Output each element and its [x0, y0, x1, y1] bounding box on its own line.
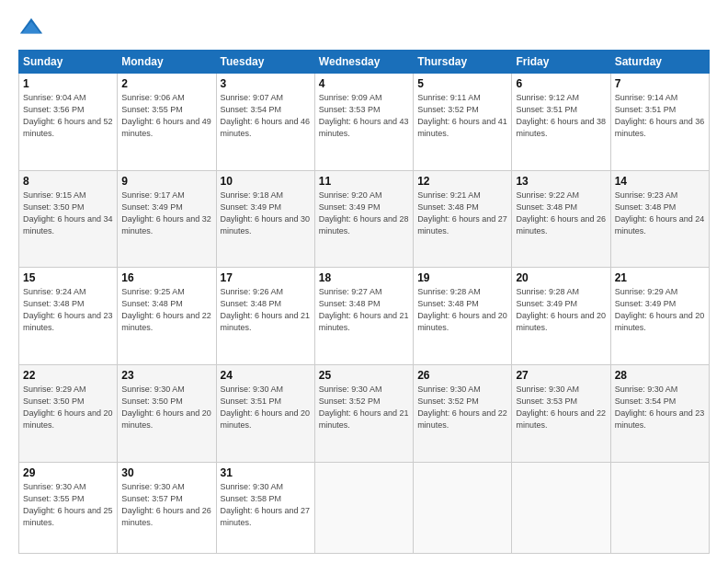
day-detail: Sunrise: 9:22 AMSunset: 3:48 PMDaylight:…	[516, 190, 606, 236]
calendar-cell: 23 Sunrise: 9:30 AMSunset: 3:50 PMDaylig…	[118, 364, 216, 462]
header	[18, 15, 710, 40]
day-detail: Sunrise: 9:17 AMSunset: 3:49 PMDaylight:…	[121, 190, 211, 236]
day-detail: Sunrise: 9:07 AMSunset: 3:54 PMDaylight:…	[221, 93, 311, 138]
calendar-cell: 24 Sunrise: 9:30 AMSunset: 3:51 PMDaylig…	[216, 364, 314, 462]
calendar-cell: 4 Sunrise: 9:09 AMSunset: 3:53 PMDayligh…	[314, 74, 413, 171]
day-number: 27	[516, 369, 606, 382]
calendar-cell: 12 Sunrise: 9:21 AMSunset: 3:48 PMDaylig…	[414, 170, 512, 268]
day-detail: Sunrise: 9:30 AMSunset: 3:52 PMDaylight:…	[417, 385, 507, 430]
calendar-cell: 29 Sunrise: 9:30 AMSunset: 3:55 PMDaylig…	[19, 462, 118, 554]
day-detail: Sunrise: 9:11 AMSunset: 3:52 PMDaylight:…	[417, 93, 507, 138]
day-number: 3	[221, 77, 311, 90]
day-detail: Sunrise: 9:30 AMSunset: 3:54 PMDaylight:…	[615, 385, 705, 430]
day-number: 11	[319, 175, 409, 188]
day-number: 5	[417, 77, 507, 90]
day-detail: Sunrise: 9:18 AMSunset: 3:49 PMDaylight:…	[221, 190, 311, 236]
calendar-cell: 1 Sunrise: 9:04 AMSunset: 3:56 PMDayligh…	[19, 74, 118, 171]
calendar-cell: 28 Sunrise: 9:30 AMSunset: 3:54 PMDaylig…	[610, 364, 709, 462]
calendar-cell: 6 Sunrise: 9:12 AMSunset: 3:51 PMDayligh…	[512, 74, 610, 171]
calendar-cell: 22 Sunrise: 9:29 AMSunset: 3:50 PMDaylig…	[19, 364, 118, 462]
calendar-cell	[610, 462, 709, 554]
day-detail: Sunrise: 9:30 AMSunset: 3:58 PMDaylight:…	[221, 482, 311, 527]
day-number: 20	[516, 271, 606, 284]
day-number: 18	[319, 271, 409, 284]
calendar-cell: 11 Sunrise: 9:20 AMSunset: 3:49 PMDaylig…	[314, 170, 413, 268]
day-detail: Sunrise: 9:30 AMSunset: 3:53 PMDaylight:…	[516, 385, 606, 430]
day-number: 17	[221, 271, 311, 284]
day-detail: Sunrise: 9:04 AMSunset: 3:56 PMDaylight:…	[23, 93, 113, 138]
day-number: 16	[121, 271, 211, 284]
day-number: 30	[121, 466, 211, 479]
day-detail: Sunrise: 9:30 AMSunset: 3:50 PMDaylight:…	[121, 385, 211, 430]
weekday-header: Tuesday	[216, 51, 314, 74]
day-detail: Sunrise: 9:30 AMSunset: 3:55 PMDaylight:…	[23, 482, 113, 527]
day-number: 24	[221, 369, 311, 382]
day-detail: Sunrise: 9:20 AMSunset: 3:49 PMDaylight:…	[319, 190, 409, 236]
weekday-header: Saturday	[610, 51, 709, 74]
day-detail: Sunrise: 9:23 AMSunset: 3:48 PMDaylight:…	[615, 190, 705, 236]
calendar-cell: 30 Sunrise: 9:30 AMSunset: 3:57 PMDaylig…	[118, 462, 216, 554]
day-detail: Sunrise: 9:26 AMSunset: 3:48 PMDaylight:…	[221, 287, 311, 332]
calendar-week-row: 29 Sunrise: 9:30 AMSunset: 3:55 PMDaylig…	[19, 462, 710, 554]
calendar-cell: 8 Sunrise: 9:15 AMSunset: 3:50 PMDayligh…	[19, 170, 118, 268]
calendar-cell: 2 Sunrise: 9:06 AMSunset: 3:55 PMDayligh…	[118, 74, 216, 171]
day-number: 4	[319, 77, 409, 90]
calendar-cell	[414, 462, 512, 554]
weekday-header: Wednesday	[314, 51, 413, 74]
day-detail: Sunrise: 9:27 AMSunset: 3:48 PMDaylight:…	[319, 287, 409, 332]
calendar-cell	[314, 462, 413, 554]
day-number: 19	[417, 271, 507, 284]
day-detail: Sunrise: 9:30 AMSunset: 3:51 PMDaylight:…	[221, 385, 311, 430]
calendar-cell: 13 Sunrise: 9:22 AMSunset: 3:48 PMDaylig…	[512, 170, 610, 268]
day-number: 7	[615, 77, 705, 90]
calendar-cell: 14 Sunrise: 9:23 AMSunset: 3:48 PMDaylig…	[610, 170, 709, 268]
calendar-header-row: SundayMondayTuesdayWednesdayThursdayFrid…	[19, 51, 710, 74]
weekday-header: Sunday	[19, 51, 118, 74]
page: SundayMondayTuesdayWednesdayThursdayFrid…	[0, 0, 728, 563]
day-number: 23	[121, 369, 211, 382]
calendar-week-row: 22 Sunrise: 9:29 AMSunset: 3:50 PMDaylig…	[19, 364, 710, 462]
day-number: 8	[23, 175, 113, 188]
calendar-cell: 20 Sunrise: 9:28 AMSunset: 3:49 PMDaylig…	[512, 268, 610, 365]
day-number: 22	[23, 369, 113, 382]
calendar-cell: 5 Sunrise: 9:11 AMSunset: 3:52 PMDayligh…	[414, 74, 512, 171]
calendar-cell: 19 Sunrise: 9:28 AMSunset: 3:48 PMDaylig…	[414, 268, 512, 365]
day-detail: Sunrise: 9:30 AMSunset: 3:52 PMDaylight:…	[319, 385, 409, 430]
day-detail: Sunrise: 9:15 AMSunset: 3:50 PMDaylight:…	[23, 190, 113, 236]
day-number: 25	[319, 369, 409, 382]
day-number: 21	[615, 271, 705, 284]
calendar-cell: 27 Sunrise: 9:30 AMSunset: 3:53 PMDaylig…	[512, 364, 610, 462]
weekday-header: Friday	[512, 51, 610, 74]
calendar-cell: 9 Sunrise: 9:17 AMSunset: 3:49 PMDayligh…	[118, 170, 216, 268]
calendar-cell: 10 Sunrise: 9:18 AMSunset: 3:49 PMDaylig…	[216, 170, 314, 268]
day-number: 1	[23, 77, 113, 90]
calendar-cell: 7 Sunrise: 9:14 AMSunset: 3:51 PMDayligh…	[610, 74, 709, 171]
day-detail: Sunrise: 9:14 AMSunset: 3:51 PMDaylight:…	[615, 93, 705, 138]
calendar-week-row: 8 Sunrise: 9:15 AMSunset: 3:50 PMDayligh…	[19, 170, 710, 268]
day-detail: Sunrise: 9:28 AMSunset: 3:49 PMDaylight:…	[516, 287, 606, 332]
calendar-cell: 15 Sunrise: 9:24 AMSunset: 3:48 PMDaylig…	[19, 268, 118, 365]
day-detail: Sunrise: 9:09 AMSunset: 3:53 PMDaylight:…	[319, 93, 409, 138]
logo-icon	[18, 15, 44, 40]
day-detail: Sunrise: 9:28 AMSunset: 3:48 PMDaylight:…	[417, 287, 507, 332]
calendar-week-row: 15 Sunrise: 9:24 AMSunset: 3:48 PMDaylig…	[19, 268, 710, 365]
calendar-cell: 16 Sunrise: 9:25 AMSunset: 3:48 PMDaylig…	[118, 268, 216, 365]
day-detail: Sunrise: 9:25 AMSunset: 3:48 PMDaylight:…	[121, 287, 211, 332]
calendar-cell: 25 Sunrise: 9:30 AMSunset: 3:52 PMDaylig…	[314, 364, 413, 462]
calendar-cell: 21 Sunrise: 9:29 AMSunset: 3:49 PMDaylig…	[610, 268, 709, 365]
day-detail: Sunrise: 9:30 AMSunset: 3:57 PMDaylight:…	[121, 482, 211, 527]
day-detail: Sunrise: 9:24 AMSunset: 3:48 PMDaylight:…	[23, 287, 113, 332]
day-detail: Sunrise: 9:06 AMSunset: 3:55 PMDaylight:…	[121, 93, 211, 138]
logo	[18, 15, 48, 40]
calendar-table: SundayMondayTuesdayWednesdayThursdayFrid…	[18, 50, 710, 554]
day-detail: Sunrise: 9:29 AMSunset: 3:50 PMDaylight:…	[23, 385, 113, 430]
day-number: 31	[221, 466, 311, 479]
day-number: 13	[516, 175, 606, 188]
day-number: 6	[516, 77, 606, 90]
day-detail: Sunrise: 9:12 AMSunset: 3:51 PMDaylight:…	[516, 93, 606, 138]
calendar-cell: 26 Sunrise: 9:30 AMSunset: 3:52 PMDaylig…	[414, 364, 512, 462]
day-number: 9	[121, 175, 211, 188]
day-number: 14	[615, 175, 705, 188]
calendar-week-row: 1 Sunrise: 9:04 AMSunset: 3:56 PMDayligh…	[19, 74, 710, 171]
calendar-cell: 31 Sunrise: 9:30 AMSunset: 3:58 PMDaylig…	[216, 462, 314, 554]
